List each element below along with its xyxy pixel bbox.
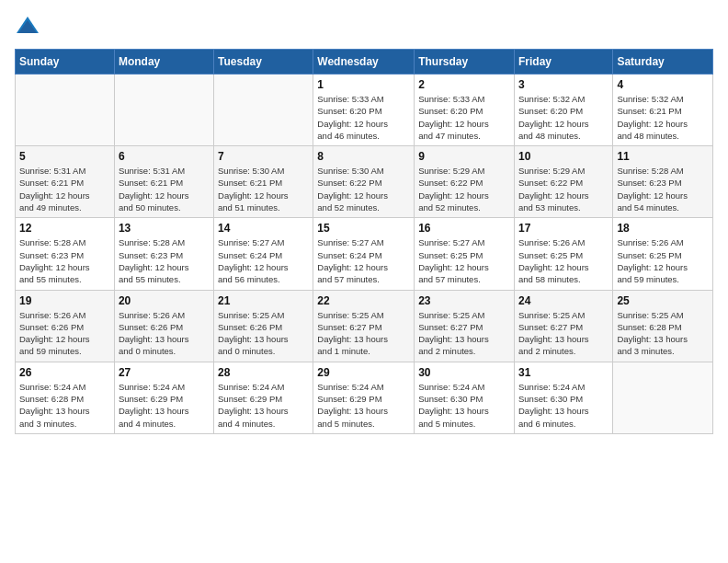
day-number: 22 xyxy=(317,294,410,307)
calendar-header-row: SundayMondayTuesdayWednesdayThursdayFrid… xyxy=(16,50,713,75)
header-wednesday: Wednesday xyxy=(313,50,415,75)
calendar-cell: 3Sunrise: 5:32 AM Sunset: 6:20 PM Daylig… xyxy=(514,75,612,146)
header-sunday: Sunday xyxy=(16,50,115,75)
day-info: Sunrise: 5:26 AM Sunset: 6:26 PM Dayligh… xyxy=(19,309,110,358)
day-number: 19 xyxy=(19,294,110,307)
day-info: Sunrise: 5:25 AM Sunset: 6:26 PM Dayligh… xyxy=(218,309,309,358)
day-number: 21 xyxy=(218,294,309,307)
day-number: 23 xyxy=(418,294,510,307)
calendar-cell: 27Sunrise: 5:24 AM Sunset: 6:29 PM Dayli… xyxy=(114,362,213,433)
calendar-cell: 10Sunrise: 5:29 AM Sunset: 6:22 PM Dayli… xyxy=(514,146,612,218)
day-info: Sunrise: 5:31 AM Sunset: 6:21 PM Dayligh… xyxy=(19,165,110,213)
calendar-week-3: 12Sunrise: 5:28 AM Sunset: 6:23 PM Dayli… xyxy=(16,218,713,290)
day-info: Sunrise: 5:24 AM Sunset: 6:30 PM Dayligh… xyxy=(518,381,609,430)
calendar-cell xyxy=(214,75,313,146)
day-info: Sunrise: 5:28 AM Sunset: 6:23 PM Dayligh… xyxy=(19,236,110,285)
day-info: Sunrise: 5:24 AM Sunset: 6:29 PM Dayligh… xyxy=(119,381,210,430)
calendar-cell: 28Sunrise: 5:24 AM Sunset: 6:29 PM Dayli… xyxy=(214,362,313,433)
calendar-cell: 16Sunrise: 5:27 AM Sunset: 6:25 PM Dayli… xyxy=(415,218,515,290)
calendar-cell: 18Sunrise: 5:26 AM Sunset: 6:25 PM Dayli… xyxy=(613,218,713,290)
day-number: 14 xyxy=(218,222,309,235)
day-info: Sunrise: 5:29 AM Sunset: 6:22 PM Dayligh… xyxy=(418,165,510,213)
day-info: Sunrise: 5:28 AM Sunset: 6:23 PM Dayligh… xyxy=(119,236,210,285)
day-number: 30 xyxy=(418,366,510,379)
day-number: 1 xyxy=(317,78,410,91)
day-number: 17 xyxy=(518,222,609,235)
day-info: Sunrise: 5:26 AM Sunset: 6:26 PM Dayligh… xyxy=(119,309,210,358)
calendar-cell: 2Sunrise: 5:33 AM Sunset: 6:20 PM Daylig… xyxy=(415,75,515,146)
day-info: Sunrise: 5:25 AM Sunset: 6:27 PM Dayligh… xyxy=(317,309,410,358)
day-info: Sunrise: 5:27 AM Sunset: 6:25 PM Dayligh… xyxy=(418,236,510,285)
logo-icon xyxy=(15,15,40,41)
page-header xyxy=(15,15,713,41)
calendar-cell xyxy=(114,75,213,146)
day-number: 2 xyxy=(418,78,510,91)
day-info: Sunrise: 5:29 AM Sunset: 6:22 PM Dayligh… xyxy=(518,165,609,213)
day-number: 18 xyxy=(617,222,709,235)
calendar-cell: 9Sunrise: 5:29 AM Sunset: 6:22 PM Daylig… xyxy=(415,146,515,218)
day-info: Sunrise: 5:26 AM Sunset: 6:25 PM Dayligh… xyxy=(617,236,709,285)
day-number: 10 xyxy=(518,150,609,163)
calendar-cell: 23Sunrise: 5:25 AM Sunset: 6:27 PM Dayli… xyxy=(415,290,515,362)
day-info: Sunrise: 5:24 AM Sunset: 6:30 PM Dayligh… xyxy=(418,381,510,430)
header-tuesday: Tuesday xyxy=(214,50,313,75)
day-number: 9 xyxy=(418,150,510,163)
calendar-cell: 7Sunrise: 5:30 AM Sunset: 6:21 PM Daylig… xyxy=(214,146,313,218)
day-info: Sunrise: 5:33 AM Sunset: 6:20 PM Dayligh… xyxy=(418,93,510,142)
day-number: 28 xyxy=(218,366,309,379)
calendar-cell: 15Sunrise: 5:27 AM Sunset: 6:24 PM Dayli… xyxy=(313,218,415,290)
calendar-cell: 19Sunrise: 5:26 AM Sunset: 6:26 PM Dayli… xyxy=(16,290,115,362)
day-info: Sunrise: 5:25 AM Sunset: 6:27 PM Dayligh… xyxy=(518,309,609,358)
calendar-week-2: 5Sunrise: 5:31 AM Sunset: 6:21 PM Daylig… xyxy=(16,146,713,218)
calendar-cell: 14Sunrise: 5:27 AM Sunset: 6:24 PM Dayli… xyxy=(214,218,313,290)
day-number: 15 xyxy=(317,222,410,235)
calendar-table: SundayMondayTuesdayWednesdayThursdayFrid… xyxy=(15,49,713,434)
calendar-cell: 26Sunrise: 5:24 AM Sunset: 6:28 PM Dayli… xyxy=(16,362,115,433)
logo xyxy=(15,15,44,41)
calendar-cell: 12Sunrise: 5:28 AM Sunset: 6:23 PM Dayli… xyxy=(16,218,115,290)
calendar-cell: 29Sunrise: 5:24 AM Sunset: 6:29 PM Dayli… xyxy=(313,362,415,433)
day-number: 11 xyxy=(617,150,709,163)
calendar-cell: 24Sunrise: 5:25 AM Sunset: 6:27 PM Dayli… xyxy=(514,290,612,362)
calendar-cell: 20Sunrise: 5:26 AM Sunset: 6:26 PM Dayli… xyxy=(114,290,213,362)
day-info: Sunrise: 5:31 AM Sunset: 6:21 PM Dayligh… xyxy=(119,165,210,213)
day-info: Sunrise: 5:28 AM Sunset: 6:23 PM Dayligh… xyxy=(617,165,709,213)
calendar-cell: 8Sunrise: 5:30 AM Sunset: 6:22 PM Daylig… xyxy=(313,146,415,218)
day-info: Sunrise: 5:27 AM Sunset: 6:24 PM Dayligh… xyxy=(317,236,410,285)
day-number: 31 xyxy=(518,366,609,379)
day-number: 6 xyxy=(119,150,210,163)
day-info: Sunrise: 5:30 AM Sunset: 6:22 PM Dayligh… xyxy=(317,165,410,213)
day-info: Sunrise: 5:30 AM Sunset: 6:21 PM Dayligh… xyxy=(218,165,309,213)
calendar-cell: 22Sunrise: 5:25 AM Sunset: 6:27 PM Dayli… xyxy=(313,290,415,362)
day-info: Sunrise: 5:25 AM Sunset: 6:27 PM Dayligh… xyxy=(418,309,510,358)
calendar-cell: 31Sunrise: 5:24 AM Sunset: 6:30 PM Dayli… xyxy=(514,362,612,433)
day-info: Sunrise: 5:32 AM Sunset: 6:20 PM Dayligh… xyxy=(518,93,609,142)
day-number: 20 xyxy=(119,294,210,307)
calendar-cell: 25Sunrise: 5:25 AM Sunset: 6:28 PM Dayli… xyxy=(613,290,713,362)
calendar-cell: 4Sunrise: 5:32 AM Sunset: 6:21 PM Daylig… xyxy=(613,75,713,146)
calendar-cell: 17Sunrise: 5:26 AM Sunset: 6:25 PM Dayli… xyxy=(514,218,612,290)
day-info: Sunrise: 5:24 AM Sunset: 6:29 PM Dayligh… xyxy=(317,381,410,430)
calendar-cell: 1Sunrise: 5:33 AM Sunset: 6:20 PM Daylig… xyxy=(313,75,415,146)
day-number: 5 xyxy=(19,150,110,163)
day-number: 25 xyxy=(617,294,709,307)
calendar-cell: 21Sunrise: 5:25 AM Sunset: 6:26 PM Dayli… xyxy=(214,290,313,362)
day-info: Sunrise: 5:24 AM Sunset: 6:28 PM Dayligh… xyxy=(19,381,110,430)
day-number: 7 xyxy=(218,150,309,163)
day-info: Sunrise: 5:24 AM Sunset: 6:29 PM Dayligh… xyxy=(218,381,309,430)
day-info: Sunrise: 5:32 AM Sunset: 6:21 PM Dayligh… xyxy=(617,93,709,142)
calendar-week-1: 1Sunrise: 5:33 AM Sunset: 6:20 PM Daylig… xyxy=(16,75,713,146)
calendar-cell: 5Sunrise: 5:31 AM Sunset: 6:21 PM Daylig… xyxy=(16,146,115,218)
day-number: 8 xyxy=(317,150,410,163)
calendar-cell: 13Sunrise: 5:28 AM Sunset: 6:23 PM Dayli… xyxy=(114,218,213,290)
header-saturday: Saturday xyxy=(613,50,713,75)
day-number: 29 xyxy=(317,366,410,379)
calendar-cell xyxy=(16,75,115,146)
calendar-cell: 11Sunrise: 5:28 AM Sunset: 6:23 PM Dayli… xyxy=(613,146,713,218)
day-number: 27 xyxy=(119,366,210,379)
day-number: 16 xyxy=(418,222,510,235)
header-monday: Monday xyxy=(114,50,213,75)
day-info: Sunrise: 5:25 AM Sunset: 6:28 PM Dayligh… xyxy=(617,309,709,358)
header-friday: Friday xyxy=(514,50,612,75)
calendar-week-4: 19Sunrise: 5:26 AM Sunset: 6:26 PM Dayli… xyxy=(16,290,713,362)
